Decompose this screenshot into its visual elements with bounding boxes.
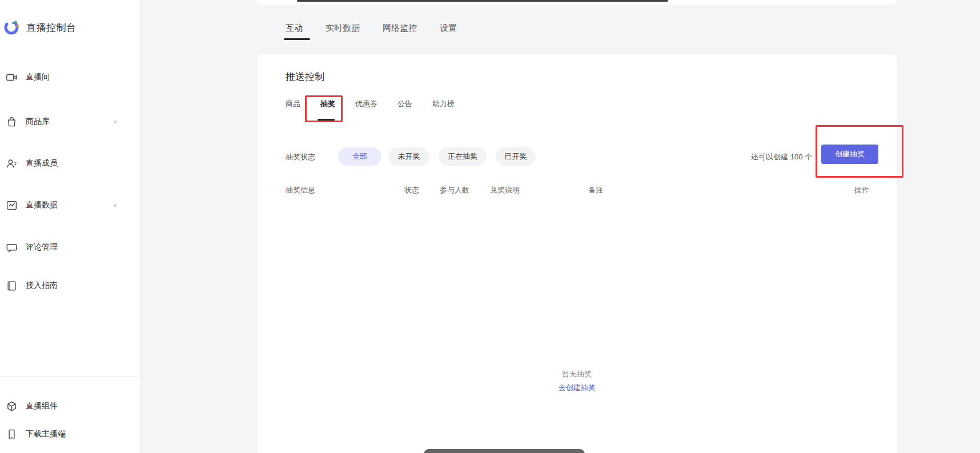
sidebar-divider <box>0 376 140 377</box>
subtab-coupons[interactable]: 优惠券 <box>354 98 379 110</box>
remaining-quota-text: 还可以创建 100 个 <box>751 152 812 162</box>
bag-icon <box>6 116 18 128</box>
sidebar-item-label: 直播数据 <box>26 200 58 210</box>
chart-icon <box>6 199 18 211</box>
chevron-down-icon: ∨ <box>113 202 118 208</box>
go-create-lottery-link[interactable]: 去创建抽奖 <box>559 382 596 394</box>
active-tab-underline <box>284 38 310 40</box>
app-logo-row: 直播控制台 <box>3 19 77 36</box>
sidebar-item-label: 直播组件 <box>26 401 58 411</box>
sidebar-item-label: 接入指南 <box>26 280 58 291</box>
sidebar-item-label: 评论管理 <box>26 242 58 252</box>
tab-settings[interactable]: 设置 <box>440 23 457 34</box>
sidebar: 直播控制台 直播间 商品库 ∨ <box>0 0 140 453</box>
sidebar-item-comment-management[interactable]: 评论管理 <box>6 240 128 255</box>
sidebar-item-label: 下载主播端 <box>26 429 66 439</box>
column-lottery-info: 抽奖信息 <box>286 185 315 195</box>
bottom-toast-edge <box>424 449 585 453</box>
sidebar-item-download-streamer-app[interactable]: 下载主播端 <box>6 427 128 442</box>
top-divider-line <box>297 0 668 2</box>
phone-icon <box>6 428 18 440</box>
lottery-table-header: 抽奖信息 状态 参与人数 兑奖说明 备注 操作 <box>257 185 897 197</box>
tab-realtime-data[interactable]: 实时数据 <box>326 23 360 34</box>
cube-icon <box>6 400 18 412</box>
filter-pill-drawn[interactable]: 已开奖 <box>496 147 536 166</box>
empty-state-text: 暂无抽奖 <box>257 368 897 380</box>
app-title: 直播控制台 <box>26 21 77 34</box>
subtab-boost-ranking[interactable]: 助力榜 <box>431 98 456 110</box>
screen: 直播控制台 直播间 商品库 ∨ <box>0 0 980 453</box>
column-actions: 操作 <box>854 185 869 195</box>
filter-pill-not-drawn[interactable]: 未开奖 <box>388 147 429 166</box>
member-icon <box>6 158 18 170</box>
column-redeem-info: 兑奖说明 <box>490 185 520 195</box>
column-remark: 备注 <box>588 185 603 195</box>
app-logo-icon <box>3 19 19 35</box>
filter-pill-drawing[interactable]: 正在抽奖 <box>439 147 487 166</box>
subtab-announcement[interactable]: 公告 <box>396 98 413 110</box>
sidebar-item-live-members[interactable]: 直播成员 <box>6 156 128 171</box>
sidebar-item-integration-guide[interactable]: 接入指南 <box>6 278 128 293</box>
sidebar-item-live-components[interactable]: 直播组件 <box>6 399 128 414</box>
column-participants: 参与人数 <box>440 185 469 195</box>
sidebar-item-label: 直播成员 <box>26 158 58 169</box>
filter-pill-all[interactable]: 全部 <box>338 147 381 166</box>
annotation-box-lottery-subtab <box>305 95 343 122</box>
book-icon <box>6 280 18 292</box>
sidebar-item-live-data[interactable]: 直播数据 ∨ <box>6 198 128 213</box>
chevron-down-icon: ∨ <box>113 118 118 125</box>
sidebar-item-live-room[interactable]: 直播间 <box>6 70 128 85</box>
column-status: 状态 <box>404 185 419 195</box>
tab-network-monitor[interactable]: 网络监控 <box>383 23 417 34</box>
subtab-products[interactable]: 商品 <box>284 98 302 110</box>
sidebar-item-label: 商品库 <box>26 117 50 127</box>
push-control-panel: 推送控制 商品 抽奖 优惠券 公告 助力榜 抽奖状态 全部 未开奖 正在抽奖 已… <box>257 54 897 453</box>
sidebar-item-label: 直播间 <box>26 72 50 82</box>
sidebar-item-product-library[interactable]: 商品库 ∨ <box>6 114 128 129</box>
panel-title: 推送控制 <box>286 70 324 83</box>
empty-state: 暂无抽奖 去创建抽奖 <box>257 368 897 394</box>
annotation-box-create-button <box>816 125 903 178</box>
tab-interaction[interactable]: 互动 <box>286 23 303 34</box>
top-tab-bar: 互动 实时数据 网络监控 设置 <box>286 23 457 34</box>
comment-icon <box>6 242 18 254</box>
lottery-status-filter-label: 抽奖状态 <box>286 152 315 162</box>
camera-icon <box>6 71 18 83</box>
